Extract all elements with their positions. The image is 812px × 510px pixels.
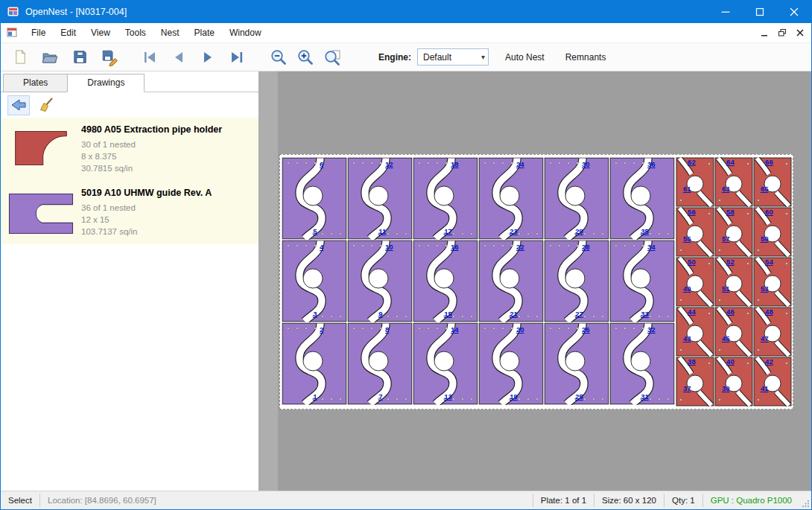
part-number[interactable]: 40 [726, 358, 735, 366]
part-number[interactable]: 48 [765, 308, 773, 316]
menu-file[interactable]: File [24, 24, 53, 42]
nested-part-pair-red[interactable]: 48 47 [753, 307, 792, 357]
part-number[interactable]: 17 [444, 228, 452, 235]
part-number[interactable]: 7 [378, 393, 382, 401]
part-number[interactable]: 21 [510, 310, 518, 318]
menu-plate[interactable]: Plate [187, 24, 222, 42]
next-plate-button[interactable] [197, 46, 218, 68]
part-number[interactable]: 15 [444, 310, 452, 318]
part-number[interactable]: 26 [582, 326, 590, 334]
nested-part-pair-purple[interactable]: 12 11 [347, 157, 413, 240]
part-number[interactable]: 65 [761, 185, 769, 193]
nested-part-pair-red[interactable]: 54 53 [753, 257, 792, 307]
part-number[interactable]: 22 [516, 243, 524, 251]
part-number[interactable]: 24 [516, 161, 524, 168]
part-number[interactable]: 30 [582, 161, 590, 168]
part-number[interactable]: 19 [510, 393, 518, 401]
part-number[interactable]: 27 [575, 310, 583, 318]
mdi-close-button[interactable] [792, 26, 808, 40]
menu-nest[interactable]: Nest [153, 24, 187, 42]
mdi-minimize-button[interactable] [756, 26, 772, 40]
nested-part-pair-purple[interactable]: 16 15 [413, 240, 478, 322]
drawing-list-item[interactable]: 5019 A10 UHMW guide Rev. A 36 of 1 neste… [1, 181, 258, 244]
part-number[interactable]: 6 [320, 161, 323, 168]
mdi-restore-button[interactable] [774, 26, 790, 40]
nested-part-pair-purple[interactable]: 32 31 [609, 322, 675, 405]
zoom-fit-button[interactable] [322, 46, 343, 68]
part-number[interactable]: 64 [726, 159, 735, 166]
part-number[interactable]: 61 [683, 185, 691, 193]
save-as-button[interactable] [99, 46, 120, 68]
part-number[interactable]: 52 [726, 258, 735, 266]
part-number[interactable]: 11 [378, 228, 386, 235]
part-number[interactable]: 54 [765, 258, 773, 266]
nested-part-pair-purple[interactable]: 30 29 [544, 157, 609, 240]
nested-part-pair-purple[interactable]: 14 13 [413, 322, 478, 405]
previous-plate-button[interactable] [168, 46, 189, 68]
part-number[interactable]: 14 [451, 326, 459, 334]
part-number[interactable]: 38 [688, 358, 696, 366]
part-number[interactable]: 10 [385, 243, 393, 251]
nested-part-pair-purple[interactable]: 6 5 [282, 157, 347, 240]
part-number[interactable]: 43 [683, 335, 691, 342]
nested-part-pair-red[interactable]: 56 55 [676, 207, 714, 257]
part-number[interactable]: 46 [726, 308, 735, 316]
clear-broom-button[interactable] [35, 95, 57, 115]
nested-part-pair-purple[interactable]: 10 9 [347, 240, 413, 322]
part-number[interactable]: 9 [378, 310, 382, 318]
part-number[interactable]: 1 [313, 393, 317, 401]
part-number[interactable]: 41 [761, 385, 769, 392]
nested-part-pair-red[interactable]: 44 43 [676, 307, 714, 357]
nested-part-pair-red[interactable]: 40 39 [714, 357, 753, 407]
nested-part-pair-red[interactable]: 66 65 [753, 157, 792, 207]
part-number[interactable]: 59 [761, 235, 769, 243]
part-number[interactable]: 13 [444, 393, 452, 401]
part-number[interactable]: 39 [722, 385, 730, 392]
part-number[interactable]: 37 [683, 385, 691, 392]
nested-part-pair-purple[interactable]: 2 1 [282, 322, 347, 405]
part-number[interactable]: 3 [313, 310, 317, 318]
part-number[interactable]: 23 [510, 228, 518, 235]
zoom-out-button[interactable] [268, 46, 289, 68]
close-button[interactable] [777, 1, 811, 23]
part-number[interactable]: 28 [582, 243, 590, 251]
drawing-list-item[interactable]: 4980 A05 Extraction pipe holder 30 of 1 … [1, 118, 258, 181]
new-file-button[interactable] [10, 46, 31, 68]
menu-view[interactable]: View [83, 24, 118, 42]
nested-part-pair-purple[interactable]: 20 19 [478, 322, 544, 405]
nested-part-pair-red[interactable]: 62 61 [676, 157, 714, 207]
maximize-button[interactable] [743, 1, 777, 23]
nested-part-pair-purple[interactable]: 4 3 [282, 240, 347, 322]
remnants-button[interactable]: Remnants [561, 48, 611, 67]
part-number[interactable]: 16 [451, 243, 459, 251]
part-number[interactable]: 57 [722, 235, 730, 243]
part-number[interactable]: 45 [722, 335, 730, 342]
part-number[interactable]: 8 [385, 326, 389, 334]
part-number[interactable]: 63 [722, 185, 730, 193]
part-number[interactable]: 32 [647, 326, 656, 334]
tab-drawings[interactable]: Drawings [67, 74, 145, 92]
menu-tools[interactable]: Tools [118, 24, 153, 42]
nested-part-pair-purple[interactable]: 28 27 [544, 240, 609, 322]
part-number[interactable]: 49 [683, 285, 691, 293]
nested-part-pair-red[interactable]: 60 59 [753, 207, 792, 257]
part-number[interactable]: 47 [761, 335, 769, 342]
nested-part-pair-purple[interactable]: 8 7 [347, 322, 413, 405]
part-number[interactable]: 35 [641, 228, 649, 235]
part-number[interactable]: 51 [722, 285, 730, 293]
nested-part-pair-purple[interactable]: 34 33 [609, 240, 675, 322]
part-number[interactable]: 60 [765, 208, 773, 216]
save-button[interactable] [69, 46, 90, 68]
nested-part-pair-red[interactable]: 64 63 [714, 157, 753, 207]
resize-grip-icon[interactable] [799, 491, 811, 509]
part-number[interactable]: 58 [726, 208, 735, 216]
nested-part-pair-purple[interactable]: 26 25 [544, 322, 609, 405]
part-number[interactable]: 5 [313, 228, 317, 235]
nested-part-pair-red[interactable]: 58 57 [714, 207, 753, 257]
part-number[interactable]: 31 [641, 393, 649, 401]
plate-sheet[interactable]: 6 5 12 11 18 17 24 23 [279, 154, 793, 409]
part-number[interactable]: 20 [516, 326, 524, 334]
nested-part-pair-red[interactable]: 46 45 [714, 307, 753, 357]
part-number[interactable]: 44 [688, 308, 696, 316]
auto-nest-button[interactable]: Auto Nest [501, 48, 549, 67]
